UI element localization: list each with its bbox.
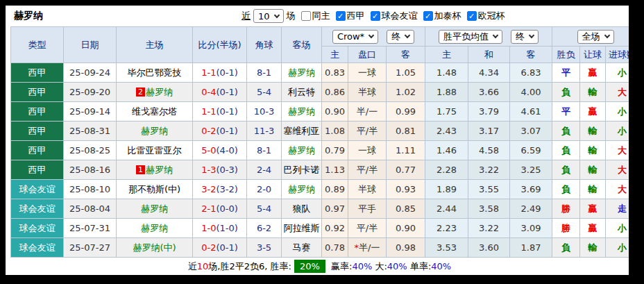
corner-cell: 6-2 bbox=[247, 219, 282, 238]
away-team-name[interactable]: 巴列卡诺 bbox=[284, 165, 320, 175]
date-cell: 25-08-10 bbox=[64, 180, 117, 199]
filter-checkbox-catalan-cup[interactable]: 加泰杯 bbox=[423, 10, 461, 22]
avg-home-cell: 1.48 bbox=[425, 63, 468, 83]
avg-source-select[interactable]: 胜平负均值 bbox=[439, 30, 502, 44]
half-time-score: (0-1) bbox=[216, 87, 237, 97]
home-team-name[interactable]: 那不勒斯(中) bbox=[128, 184, 180, 194]
avg-away-cell: 2.49 bbox=[510, 199, 552, 219]
recent-link[interactable]: 近 bbox=[242, 10, 251, 22]
odds-home-cell: 0.92 bbox=[322, 219, 348, 238]
home-team-name[interactable]: 赫罗纳 bbox=[146, 87, 173, 97]
odds-source-select[interactable]: Crow* bbox=[332, 30, 378, 44]
away-team-name[interactable]: 利云特 bbox=[288, 87, 315, 97]
handicap-cell: 平/半 bbox=[348, 219, 387, 238]
away-team-name[interactable]: 阿拉维斯 bbox=[284, 223, 320, 233]
avg-home-cell: 1.46 bbox=[425, 141, 468, 160]
home-team-name[interactable]: 赫罗纳(中) bbox=[133, 242, 176, 253]
home-team-name[interactable]: 赫罗纳 bbox=[141, 126, 168, 136]
avg-away-cell: 4.61 bbox=[510, 102, 552, 122]
checkbox-label: 球会友谊 bbox=[382, 10, 418, 22]
score-cell: 0-2(0-1) bbox=[193, 122, 247, 141]
handicap-value: 半/一 bbox=[359, 242, 380, 253]
checkbox-icon[interactable] bbox=[423, 11, 433, 21]
result-cell: 勝 bbox=[552, 219, 580, 238]
corner-cell: 11-3 bbox=[247, 122, 282, 141]
checkbox-icon[interactable] bbox=[301, 11, 311, 21]
avg-home-cell: 2.28 bbox=[425, 160, 468, 180]
checkbox-label: 同主 bbox=[312, 10, 330, 22]
away-team-name[interactable]: 狼队 bbox=[293, 203, 311, 214]
home-team-cell: 毕尔巴鄂竞技 bbox=[117, 63, 193, 83]
scope-group-header: 全场 bbox=[552, 27, 629, 47]
odds-home-cell: 0.86 bbox=[322, 83, 348, 102]
table-row: 西甲25-08-31赫罗纳0-2(0-1)11-3塞维利亚1.08平/半0.81… bbox=[11, 122, 629, 141]
away-team-name[interactable]: 马赛 bbox=[293, 242, 311, 253]
odds-home-cell: 0.79 bbox=[322, 141, 348, 160]
chevron-down-icon bbox=[604, 33, 609, 38]
recent-count-select[interactable]: 10 bbox=[253, 9, 284, 23]
goals-result-cell: 小 bbox=[606, 122, 629, 141]
checkbox-icon[interactable] bbox=[371, 11, 380, 21]
date-cell: 25-09-20 bbox=[64, 83, 117, 102]
full-time-score: 3-2 bbox=[201, 184, 216, 194]
home-team-name[interactable]: 赫罗纳 bbox=[141, 223, 168, 233]
odds-away-cell: 0.90 bbox=[387, 219, 425, 238]
avg-home-cell: 2.23 bbox=[425, 219, 468, 238]
avg-draw-cell: 4.58 bbox=[468, 141, 510, 160]
stats-window: 赫罗纳 近 10 场 同主 西甲 球会友谊 加泰杯 欧冠杯 类型 日期 主场 比… bbox=[6, 6, 629, 275]
away-team-name[interactable]: 赫罗纳 bbox=[288, 145, 315, 156]
big-rate-label: 大: bbox=[375, 261, 387, 272]
chevron-down-icon bbox=[368, 33, 374, 38]
odds-away-cell: 1.05 bbox=[387, 63, 425, 83]
league-type-cell: 球会友谊 bbox=[11, 180, 64, 199]
half-time-score: (0-1) bbox=[216, 126, 237, 136]
match-rows: 西甲25-09-24毕尔巴鄂竞技1-1(0-1)8-1赫罗纳0.83一球1.05… bbox=[11, 63, 629, 258]
win-rate-badge: 20% bbox=[294, 260, 325, 273]
home-team-name[interactable]: 维戈塞尔塔 bbox=[132, 106, 177, 117]
away-team-name[interactable]: 赫罗纳 bbox=[288, 106, 315, 117]
date-cell: 25-09-14 bbox=[64, 102, 117, 122]
table-row: 球会友谊25-08-04赫罗纳2-1(0-0)5-4狼队0.97平手0.852.… bbox=[11, 199, 629, 219]
result-cell: 負 bbox=[552, 83, 580, 102]
full-time-score: 0-2 bbox=[201, 126, 216, 136]
spread-result-cell: 輸 bbox=[580, 122, 606, 141]
spread-result-cell: 輸 bbox=[580, 83, 606, 102]
away-team-cell: 马赛 bbox=[282, 238, 322, 258]
result-cell: 負 bbox=[552, 180, 580, 199]
result-cell: 勝 bbox=[552, 199, 580, 219]
checkbox-icon[interactable] bbox=[467, 11, 477, 21]
odds-away-cell: 0.81 bbox=[387, 122, 425, 141]
home-team-name[interactable]: 毕尔巴鄂竞技 bbox=[128, 67, 182, 78]
home-team-cell: 1赫罗纳 bbox=[117, 160, 193, 180]
home-team-name[interactable]: 赫罗纳 bbox=[141, 203, 168, 214]
checkbox-label: 西甲 bbox=[347, 10, 365, 22]
avg-draw-cell: 3.22 bbox=[468, 219, 510, 238]
avg-away-cell: 6.59 bbox=[510, 141, 552, 160]
score-cell: 1-0(1-0) bbox=[193, 219, 247, 238]
filter-controls: 近 10 场 同主 西甲 球会友谊 加泰杯 欧冠杯 bbox=[242, 6, 505, 26]
avg-term-select[interactable]: 终 bbox=[511, 30, 539, 44]
date-cell: 25-08-31 bbox=[64, 122, 117, 141]
filter-checkbox-champions-cup[interactable]: 欧冠杯 bbox=[467, 10, 505, 22]
handicap-value: 半球 bbox=[358, 87, 376, 97]
filter-checkbox-la-liga[interactable]: 西甲 bbox=[336, 10, 365, 22]
spread-result-cell: 輸 bbox=[580, 238, 606, 258]
checkbox-icon[interactable] bbox=[336, 11, 346, 21]
filter-checkbox-club-friendly[interactable]: 球会友谊 bbox=[371, 10, 418, 22]
odds-term-select[interactable]: 终 bbox=[387, 30, 414, 44]
goals-result-cell: 大 bbox=[606, 141, 629, 160]
avg-home-cell: 2.44 bbox=[425, 199, 468, 219]
home-team-name[interactable]: 比雷亚雷亚尔 bbox=[128, 145, 182, 156]
away-team-name[interactable]: 赫罗纳 bbox=[288, 184, 315, 194]
col-header-result: 胜负 bbox=[552, 47, 580, 63]
home-team-name[interactable]: 赫罗纳 bbox=[146, 165, 173, 175]
away-team-name[interactable]: 塞维利亚 bbox=[284, 126, 320, 136]
scope-select[interactable]: 全场 bbox=[577, 30, 614, 44]
col-header-handicap: 盘口 bbox=[348, 47, 387, 63]
away-team-name[interactable]: 赫罗纳 bbox=[288, 67, 315, 78]
away-team-cell: 狼队 bbox=[282, 199, 322, 219]
rank-badge: 2 bbox=[136, 87, 145, 97]
filter-checkbox-same-home[interactable]: 同主 bbox=[301, 10, 330, 22]
date-cell: 25-08-25 bbox=[64, 141, 117, 160]
home-team-cell: 赫罗纳(中) bbox=[117, 238, 193, 258]
